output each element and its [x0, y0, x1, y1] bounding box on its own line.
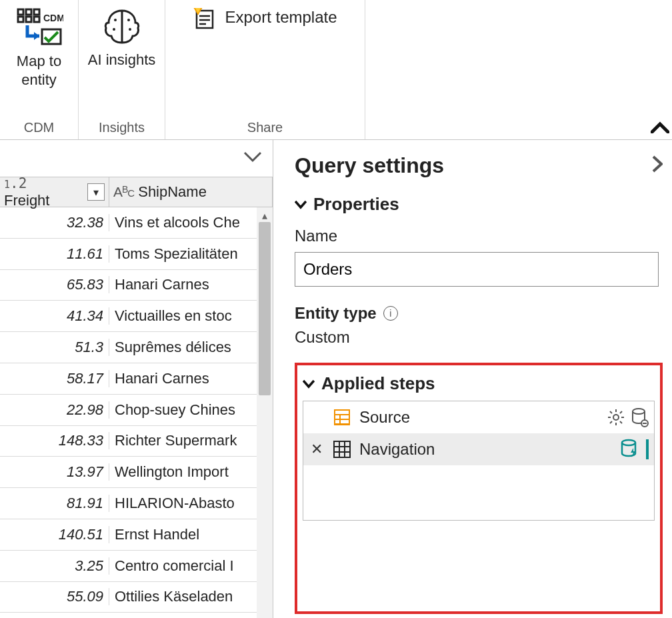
cell-shipname: Vins et alcools Che [109, 214, 273, 231]
data-preview-pane: 1.2 Freight ▾ ABC ShipName 32.38Vins et … [0, 140, 273, 618]
formula-bar[interactable] [0, 140, 273, 177]
table-body: 32.38Vins et alcools Che11.61Toms Spezia… [0, 207, 273, 613]
map-to-entity-label: Map to entity [3, 52, 76, 89]
table-row[interactable]: 11.61Toms Spezialitäten [0, 239, 273, 270]
ribbon: CDM Map to entity CDM AI insights [0, 0, 672, 140]
svg-rect-19 [341, 415, 349, 419]
table-row[interactable]: 22.98Chop-suey Chines [0, 395, 273, 426]
svg-text:CDM: CDM [43, 13, 63, 23]
shipname-header-label: ShipName [138, 183, 207, 201]
table-header: 1.2 Freight ▾ ABC ShipName [0, 177, 273, 207]
svg-point-10 [113, 28, 115, 31]
formula-bar-expand-icon[interactable] [243, 147, 262, 168]
map-to-entity-button[interactable]: CDM Map to entity [3, 4, 76, 89]
cell-freight: 81.91 [0, 495, 109, 512]
export-template-icon [193, 7, 217, 31]
cell-shipname: Toms Spezialitäten [109, 245, 273, 263]
freight-filter-button[interactable]: ▾ [87, 183, 105, 201]
applied-steps-highlight: Applied steps Source [295, 363, 663, 614]
cell-freight: 32.38 [0, 214, 109, 231]
svg-rect-4 [26, 17, 31, 22]
brain-icon [102, 7, 142, 47]
svg-line-30 [610, 421, 612, 423]
query-settings-title: Query settings [295, 153, 444, 178]
scroll-up-icon[interactable]: ▴ [257, 207, 273, 223]
column-header-freight[interactable]: 1.2 Freight ▾ [0, 177, 109, 207]
table-row[interactable]: 65.83Hanari Carnes [0, 270, 273, 301]
applied-step-source[interactable]: Source [303, 401, 654, 433]
applied-step-navigation[interactable]: ✕ Navigation [303, 433, 654, 465]
cell-freight: 3.25 [0, 557, 109, 575]
query-settings-toggle[interactable] [652, 155, 663, 177]
svg-line-28 [620, 421, 622, 423]
svg-rect-5 [34, 17, 39, 22]
step-label: Source [359, 408, 410, 427]
cell-shipname: Chop-suey Chines [109, 401, 273, 419]
ribbon-group-cdm-label: CDM [24, 120, 55, 138]
cell-shipname: Victuailles en stoc [109, 307, 273, 325]
ai-insights-label: AI insights [88, 51, 156, 69]
table-row[interactable]: 81.91HILARION-Abasto [0, 488, 273, 519]
step-label: Navigation [359, 440, 435, 459]
body: 1.2 Freight ▾ ABC ShipName 32.38Vins et … [0, 140, 672, 618]
table-row[interactable]: 140.51Ernst Handel [0, 519, 273, 551]
cell-shipname: Richter Supermark [109, 432, 273, 449]
table-row[interactable]: 55.09Ottilies Käseladen [0, 582, 273, 613]
name-input[interactable] [295, 252, 659, 287]
svg-point-8 [114, 19, 117, 21]
gear-icon[interactable] [607, 409, 625, 426]
svg-rect-34 [334, 441, 350, 457]
freight-dtype-icon: 1.2 [4, 177, 27, 191]
cell-freight: 41.34 [0, 307, 109, 325]
vertical-scrollbar[interactable]: ▴ [257, 207, 273, 618]
chevron-down-icon [303, 379, 315, 389]
svg-point-22 [613, 415, 619, 420]
svg-rect-1 [26, 9, 31, 15]
cell-freight: 55.09 [0, 588, 109, 605]
table-row[interactable]: 58.17Hanari Carnes [0, 363, 273, 395]
applied-steps-header[interactable]: Applied steps [303, 373, 655, 394]
source-step-icon [333, 408, 351, 427]
cell-shipname: Hanari Carnes [109, 370, 273, 387]
svg-rect-21 [341, 420, 349, 423]
delete-step-button[interactable]: ✕ [309, 441, 325, 458]
cell-shipname: Suprêmes délices [109, 339, 273, 356]
shipname-dtype-icon: ABC [113, 184, 134, 200]
freight-header-label: Freight [4, 192, 49, 209]
ribbon-collapse-button[interactable] [651, 117, 669, 137]
cell-freight: 51.3 [0, 339, 109, 356]
table-row[interactable]: 3.25Centro comercial I [0, 551, 273, 582]
svg-rect-3 [18, 17, 23, 22]
table-row[interactable]: 148.33Richter Supermark [0, 426, 273, 457]
svg-rect-17 [335, 411, 349, 414]
scroll-thumb[interactable] [259, 222, 271, 395]
properties-section-header[interactable]: Properties [295, 194, 663, 215]
info-icon[interactable]: i [383, 306, 398, 321]
export-template-button[interactable]: Export template [187, 5, 342, 32]
svg-rect-20 [335, 420, 339, 423]
table-row[interactable]: 32.38Vins et alcools Che [0, 207, 273, 239]
table-row[interactable]: 13.97Wellington Import [0, 457, 273, 488]
cell-shipname: Centro comercial I [109, 557, 273, 575]
svg-line-29 [620, 411, 622, 413]
svg-point-39 [622, 440, 635, 445]
chevron-down-icon [295, 200, 307, 209]
table-row[interactable]: 51.3Suprêmes délices [0, 332, 273, 363]
ribbon-group-insights-label: Insights [99, 120, 145, 138]
map-to-entity-icon: CDM [15, 7, 63, 48]
table-icon [333, 440, 351, 459]
ai-insights-button[interactable]: AI insights [85, 4, 159, 69]
entity-type-label: Entity type [295, 304, 377, 323]
column-header-shipname[interactable]: ABC ShipName [109, 177, 273, 207]
name-label: Name [295, 227, 663, 245]
svg-rect-0 [18, 9, 23, 15]
database-bolt-icon[interactable] [621, 439, 639, 460]
database-minus-icon[interactable] [631, 407, 649, 427]
table-row[interactable]: 41.34Victuailles en stoc [0, 301, 273, 332]
cell-freight: 148.33 [0, 432, 109, 449]
applied-steps-list: Source [303, 401, 655, 521]
query-settings-pane: Query settings Properties Name Entity ty… [273, 140, 672, 618]
svg-rect-2 [34, 9, 39, 15]
cell-freight: 65.83 [0, 276, 109, 293]
cell-freight: 11.61 [0, 245, 109, 263]
